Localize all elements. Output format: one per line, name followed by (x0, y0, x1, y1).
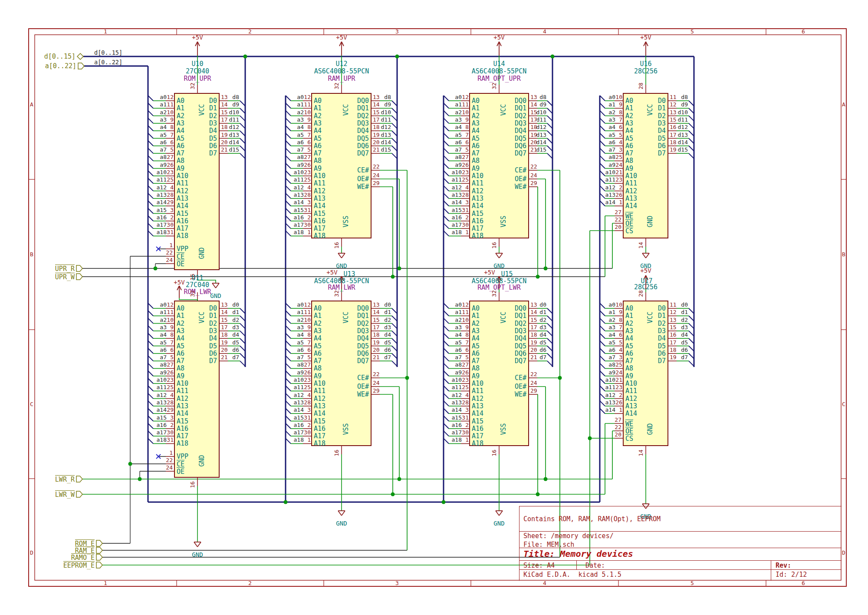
bus-entry (444, 186, 449, 191)
pin-number: 25 (304, 176, 311, 184)
pin-number: 22 (530, 163, 537, 171)
component-ref[interactable]: U14 (493, 60, 505, 68)
pin-name: A18 (314, 440, 326, 447)
pin-number: 21 (615, 376, 622, 384)
bus-entry (547, 139, 552, 144)
pin-number: 7 (619, 324, 622, 331)
pin-name: A16 (314, 425, 326, 433)
bus-entry (392, 331, 397, 336)
pin-number: 27 (167, 361, 174, 369)
pin-number: 2 (465, 421, 469, 429)
bus-entry (286, 393, 291, 399)
bus-entry (600, 341, 605, 346)
bus-entry (392, 153, 397, 159)
pin-name: A3 (625, 119, 633, 127)
bus-entry (444, 201, 449, 206)
net-label: a9 (160, 369, 167, 377)
bus-entry (240, 101, 245, 106)
hier-label-RAMO_E[interactable]: RAMO_E (71, 553, 95, 562)
component-ref[interactable]: U16 (640, 60, 651, 68)
pin-number: 6 (170, 139, 174, 146)
pin-name: A4 (625, 127, 633, 135)
gnd-symbol (496, 511, 499, 516)
net-label: a6 (297, 346, 304, 354)
pin-number: 5 (465, 354, 469, 361)
pin-name: D0 (209, 97, 217, 105)
hier-label-a[0..22][interactable]: a[0..22] (45, 62, 76, 70)
gnd-label: GND (493, 262, 504, 270)
pin-name: A6 (472, 350, 480, 357)
pin-name: OE (177, 260, 184, 268)
net-label: d7 (681, 354, 688, 361)
pin-name: CS (625, 227, 633, 235)
component-ref[interactable]: U10 (191, 60, 203, 68)
hier-label-UPR_R[interactable]: UPR_R (55, 265, 75, 273)
pin-name: A4 (472, 127, 480, 135)
net-label: d12 (381, 123, 391, 131)
pin-name: A11 (472, 179, 483, 187)
hier-label-EEPROM_E[interactable]: EEPROM_E (63, 561, 95, 569)
net-label: d5 (232, 339, 239, 347)
hier-shape-arrow (76, 491, 82, 497)
bus-entry (547, 346, 552, 351)
hier-label-d[0..15][interactable]: d[0..15] (44, 53, 76, 60)
pin-number: 4 (465, 184, 469, 192)
gnd-label: GND (210, 292, 221, 300)
net-label: d10 (381, 109, 391, 116)
pin-name: D5 (209, 342, 217, 350)
pin-name: OE# (515, 383, 526, 390)
net-label: d14 (678, 139, 688, 146)
pin-name: A10 (625, 172, 637, 180)
gnd-symbol (342, 511, 345, 516)
bus-entry (444, 318, 449, 324)
pin-number: 22 (373, 370, 380, 378)
pin-number: 21 (221, 354, 228, 361)
junction (391, 275, 395, 279)
net-label: a6 (160, 346, 167, 354)
gnd-pin-name: GND (646, 423, 654, 435)
gnd-pin-name: VSS (500, 215, 507, 227)
sheet-net-name: ROM_UPR (184, 75, 211, 83)
pin-number: 3 (465, 406, 469, 414)
net-label: a8 (455, 361, 462, 369)
pin-number: 28 (167, 191, 174, 199)
bus-entry (286, 356, 291, 361)
pin-name: A16 (177, 425, 188, 433)
net-label: d6 (681, 346, 688, 354)
pin-name: A3 (625, 327, 633, 335)
pin-name: A12 (625, 187, 637, 195)
net-label: a13 (605, 399, 615, 407)
title-block-comment: Contains ROM, RAM, RAM(Opt), EEPROM (523, 515, 661, 523)
pin-number: 10 (304, 109, 311, 116)
bus-entry (547, 331, 552, 336)
bus-entry (392, 316, 397, 321)
pin-number: 27 (462, 153, 469, 161)
pin-name: D2 (658, 112, 666, 120)
pin-name: A14 (625, 202, 637, 210)
bus-entry (547, 131, 552, 136)
pin-number: 30 (462, 221, 469, 229)
pin-number: 5 (307, 146, 311, 154)
hier-label-UPR_W[interactable]: UPR_W (55, 273, 75, 281)
component-ref[interactable]: U12 (335, 60, 347, 68)
pin-name: A15 (314, 417, 326, 425)
bus-entry (600, 348, 605, 354)
junction (442, 500, 446, 504)
pin-number: 9 (619, 101, 622, 109)
net-label: d0 (681, 301, 688, 309)
net-label: a11 (157, 384, 167, 391)
bus-entry (689, 354, 694, 359)
vcc-pin-number: 32 (333, 83, 341, 89)
component-part: AS6C4008-55PCN (314, 67, 369, 75)
bus-entry (286, 348, 291, 354)
pin-name: A17 (314, 432, 326, 440)
pin-name: DQ5 (515, 342, 526, 350)
hier-label-LWR_W[interactable]: LWR_W (55, 490, 75, 499)
pin-number: 18 (221, 331, 228, 339)
pin-number: 8 (465, 331, 469, 339)
pin-number: 6 (465, 139, 469, 146)
net-label: a1 (608, 101, 615, 109)
component-part: 28C256 (634, 67, 658, 75)
pin-number: 27 (304, 361, 311, 369)
hier-label-LWR_R[interactable]: LWR_R (55, 475, 75, 483)
